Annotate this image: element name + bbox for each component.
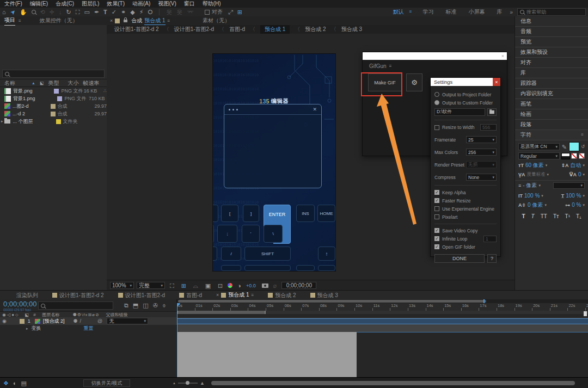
save-video-checkbox[interactable]: ✓Save Video Copy	[434, 226, 497, 235]
col-fps[interactable]: 帧速率	[83, 79, 100, 87]
comp-tab-label[interactable]: 合成	[131, 17, 142, 24]
orbit-camera-tool-icon[interactable]: ⟲	[40, 8, 45, 16]
snapshot-camera-icon[interactable]	[262, 284, 268, 288]
breadcrumb-item[interactable]: 预合成 3	[341, 26, 362, 33]
zoom-tool-icon[interactable]	[32, 8, 36, 16]
quality-icon[interactable]: ⚉	[73, 317, 77, 325]
sidebar-panel-tab[interactable]: 预览	[515, 37, 588, 47]
menu-animation[interactable]: 动画(A)	[132, 0, 150, 8]
motion-blur-icon[interactable]: ⌽	[162, 301, 166, 310]
sidebar-panel-tab[interactable]: 跟踪器	[515, 78, 588, 89]
menu-window[interactable]: 窗口	[184, 0, 195, 8]
sidebar-panel-tab[interactable]: 内容识别填充	[515, 89, 588, 99]
tracking-control[interactable]: V⃡A0▾	[569, 171, 585, 177]
rotation-tool-icon[interactable]: ↻	[66, 8, 71, 16]
col-type[interactable]: 类型	[48, 79, 59, 87]
region-of-interest-icon[interactable]: ▣	[205, 281, 211, 290]
help-search-box[interactable]: 搜索帮助	[517, 8, 586, 16]
layer-name[interactable]: [预合成 2]	[43, 318, 65, 325]
sidebar-panel-tab[interactable]: 信息	[515, 16, 588, 27]
output-project-radio[interactable]: Output to Project Folder	[434, 90, 497, 98]
parent-pickwhip-icon[interactable]: @	[97, 317, 102, 325]
stroke-width-control[interactable]: ≡- 像素▾	[518, 182, 541, 189]
done-button[interactable]: DONE	[434, 254, 485, 263]
sidebar-panel-tab[interactable]: 对齐	[515, 58, 588, 68]
footage-tab[interactable]: 素材（无）	[203, 17, 230, 24]
table-row[interactable]: ...图2-d 合成 29.97	[0, 102, 107, 110]
loop-count-field[interactable]: 1	[483, 236, 497, 242]
settings-titlebar[interactable]: Settings ×	[431, 78, 500, 86]
resize-width-field[interactable]: 556	[480, 124, 497, 131]
frame-blend-icon[interactable]: ✇	[153, 301, 158, 310]
faux-bold-button[interactable]: T	[522, 213, 525, 219]
tab-project[interactable]: 项目	[4, 16, 15, 26]
breadcrumb-item-active[interactable]: 预合成 1	[260, 25, 290, 34]
menu-help[interactable]: 帮助(H)	[203, 0, 221, 8]
snap-checkbox[interactable]	[205, 10, 210, 15]
workspace-menu-icon[interactable]: ≡	[409, 8, 412, 16]
dolly-camera-tool-icon[interactable]: ↓	[59, 8, 62, 16]
no-stroke-swatch[interactable]	[579, 153, 585, 159]
resize-width-checkbox[interactable]: Resize to Width	[434, 125, 475, 130]
current-timecode[interactable]: 0;00;00;00	[3, 300, 36, 308]
menu-view[interactable]: 视图(V)	[158, 0, 176, 8]
breadcrumb-item[interactable]: 预合成 2	[305, 26, 326, 33]
swap-colors-icon[interactable]: ↺	[581, 143, 585, 151]
label-col-icon[interactable]: ⬕	[40, 81, 44, 85]
table-row[interactable]: 背景1.png PNG 文件 710 KB	[0, 95, 107, 102]
workspace-small-screen[interactable]: 小屏幕	[468, 8, 485, 16]
table-row[interactable]: ...-d 2 合成 29.97	[0, 110, 107, 118]
faux-italic-button[interactable]: T	[531, 213, 535, 219]
layer-row[interactable]: ◉ 1 [预合成 2] ⚉ / @ 无▾	[0, 317, 177, 325]
brush-tool-icon[interactable]: ✓	[112, 8, 117, 16]
transparency-grid-icon[interactable]: ⊞	[181, 281, 186, 290]
gifgun-close-icon[interactable]: ×	[501, 53, 504, 59]
subscript-button[interactable]: T₁	[576, 213, 581, 219]
resolution-select[interactable]: 完整▾	[137, 282, 165, 289]
breadcrumb-item[interactable]: 首图-d	[229, 26, 245, 33]
guides-icon[interactable]: ⊡	[218, 281, 223, 290]
work-area-bar[interactable]	[177, 311, 266, 314]
composition-canvas[interactable]: 1010101010101010101010101010101010101010…	[212, 53, 336, 272]
layer-label-chip[interactable]	[20, 319, 24, 324]
tab-character[interactable]: 字符 ≡	[515, 130, 588, 140]
font-size-control[interactable]: тT60 像素▾	[518, 162, 547, 169]
no-fill-swatch[interactable]	[571, 153, 577, 159]
all-caps-button[interactable]: TT	[541, 213, 547, 219]
settings-close-button[interactable]: ×	[493, 78, 500, 86]
max-colors-select[interactable]: 256▾	[466, 149, 497, 156]
output-path-field[interactable]: D:\软件	[434, 108, 485, 116]
workspace-overflow-icon[interactable]: »	[510, 9, 513, 15]
infinite-loop-checkbox[interactable]: ✓Infinite Loop	[434, 236, 467, 242]
sidebar-panel-tab[interactable]: 段落	[515, 120, 588, 130]
pan-camera-tool-icon[interactable]: ✛	[50, 8, 54, 16]
timeline-tab[interactable]: 预合成 3	[310, 292, 338, 299]
sort-asc-icon[interactable]: ▲	[32, 81, 35, 85]
expand-arrow-icon[interactable]: ▸	[1, 119, 3, 124]
breadcrumb-item[interactable]: 设计图1-首图2-d 2	[114, 26, 159, 33]
type-tool-icon[interactable]: T	[103, 8, 107, 16]
baseline-shift-control[interactable]: A⇳0 像素▾	[518, 201, 547, 209]
help-button[interactable]: ?	[487, 254, 497, 263]
layer-duration-bar[interactable]	[177, 317, 588, 325]
breadcrumb-item[interactable]: 设计图1-首图2-d	[174, 26, 214, 33]
col-size[interactable]: 大小	[68, 79, 79, 87]
comp-panel-menu-icon[interactable]: ≡	[168, 19, 170, 23]
close-tab-icon[interactable]: ×	[216, 292, 219, 298]
fill-color-swatch[interactable]	[569, 142, 579, 151]
faster-resize-checkbox[interactable]: ✓Faster Resize	[434, 196, 497, 205]
eraser-tool-icon[interactable]: ◆	[130, 8, 134, 16]
gifgun-tab-label[interactable]: GifGun	[369, 63, 387, 69]
workspace-learn[interactable]: 学习	[422, 8, 433, 16]
eye-icon[interactable]: ◉	[2, 317, 7, 325]
rectangle-tool-icon[interactable]: ▭	[84, 8, 89, 16]
label-chip[interactable]	[56, 119, 61, 124]
effects-toggle-icon[interactable]: /	[79, 317, 81, 325]
close-tab-icon[interactable]: ×	[110, 18, 113, 23]
comp-label-chip[interactable]	[115, 19, 120, 23]
zoom-out-mountain-icon[interactable]: ▲	[173, 381, 176, 385]
kerning-control[interactable]: V̬A度量标准▾	[518, 171, 549, 178]
menu-effect[interactable]: 效果(T)	[107, 0, 125, 8]
zoom-in-mountain-icon[interactable]: ▲	[200, 380, 205, 386]
twirl-icon[interactable]: ▸	[26, 327, 28, 331]
